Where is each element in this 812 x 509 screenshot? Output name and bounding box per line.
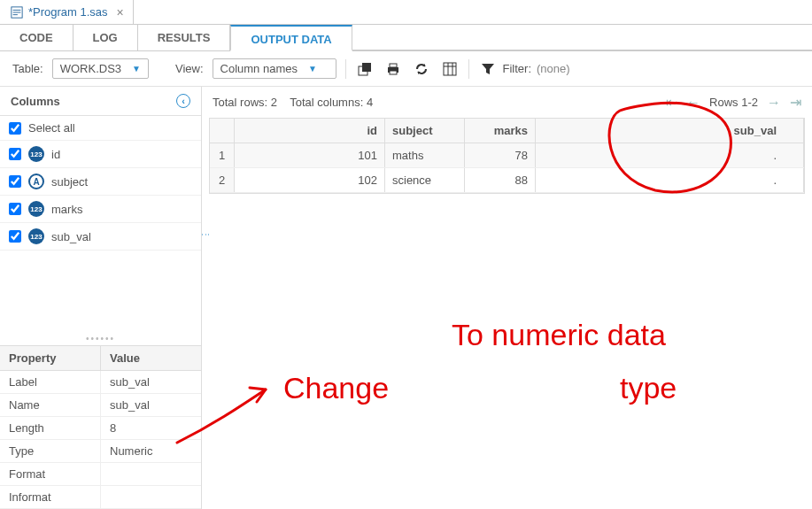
column-label: sub_val [51,230,91,243]
filter-label: Filter: [503,62,532,75]
columns-icon[interactable] [440,59,460,79]
property-row: Informat [0,486,201,509]
cell: 88 [465,168,536,192]
total-cols-label: Total columns: 4 [290,96,373,109]
program-icon [11,6,23,19]
cell: science [385,168,465,192]
column-checkbox[interactable] [9,203,21,215]
table-row[interactable]: 1 101 maths 78 . [210,143,804,168]
property-row: Format [0,463,201,486]
cell: 101 [235,143,385,167]
sidebar: Columns ‹ Select all 123 id A subject 12… [0,87,202,509]
filter-value: (none) [537,62,570,75]
property-header-key: Property [0,346,101,370]
cell: . [536,168,804,192]
view-dropdown[interactable]: Column names ▼ [213,58,336,79]
col-header-marks[interactable]: marks [465,119,536,143]
column-label: id [51,148,60,161]
property-header-value: Value [101,346,201,370]
property-row: TypeNumeric [0,440,201,463]
collapse-icon[interactable]: ‹ [176,94,190,108]
file-tab-strip: *Program 1.sas × [0,0,812,25]
refresh-icon[interactable] [412,59,431,79]
cell: 102 [235,168,385,192]
property-row: Length8 [0,417,201,440]
numeric-icon: 123 [28,201,44,217]
numeric-icon: 123 [28,146,44,162]
toolbar: Table: WORK.DS3 ▼ View: Column names ▼ F… [0,51,812,87]
pager-prev-icon[interactable]: ← [686,95,700,111]
character-icon: A [28,174,44,189]
column-row[interactable]: 123 id [0,141,201,168]
pager: ⇤ ← Rows 1-2 → ⇥ [666,94,801,111]
data-grid: id subject marks sub_val 1 101 maths 78 … [209,118,805,194]
pager-next-icon[interactable]: → [767,95,781,111]
view-label: View: [175,62,204,75]
svg-rect-4 [390,64,397,67]
column-label: marks [51,203,82,216]
column-checkbox[interactable] [9,230,21,243]
print-icon[interactable] [383,59,403,79]
property-panel: Property Value Labelsub_val Namesub_val … [0,345,201,509]
close-icon[interactable]: × [117,5,124,19]
columns-header: Columns ‹ [0,87,201,116]
tab-output-data[interactable]: OUTPUT DATA [230,25,352,51]
property-row: Labelsub_val [0,371,201,394]
table-value: WORK.DS3 [60,62,121,75]
rownum-cell: 2 [210,168,235,192]
grid-header: id subject marks sub_val [210,119,804,143]
table-dropdown[interactable]: WORK.DS3 ▼ [52,58,149,79]
select-all-label: Select all [28,121,75,135]
svg-rect-5 [390,71,397,74]
rownum-cell: 1 [210,143,235,167]
tab-log[interactable]: LOG [73,25,138,50]
pager-first-icon[interactable]: ⇤ [666,94,677,111]
filter-icon[interactable] [478,59,498,79]
pager-label: Rows 1-2 [709,96,758,109]
col-header-subject[interactable]: subject [385,119,465,143]
select-all-row[interactable]: Select all [0,116,201,141]
chevron-down-icon: ▼ [308,64,317,73]
pager-last-icon[interactable]: ⇥ [790,94,801,111]
file-tab[interactable]: *Program 1.sas × [2,0,134,24]
cell: 78 [465,143,536,167]
select-all-checkbox[interactable] [9,122,21,135]
column-checkbox[interactable] [9,148,21,160]
column-row[interactable]: 123 marks [0,196,201,223]
drag-handle[interactable]: •••••• [0,332,201,345]
columns-title: Columns [11,95,60,108]
col-header-id[interactable]: id [235,119,385,143]
svg-rect-6 [444,63,456,75]
data-area: Total rows: 2 Total columns: 4 ⇤ ← Rows … [202,87,812,509]
cell: . [536,143,804,167]
table-label: Table: [12,62,43,75]
column-list: Select all 123 id A subject 123 marks 12… [0,116,201,251]
col-header-subval[interactable]: sub_val [536,119,804,143]
export-icon[interactable] [355,59,375,79]
numeric-icon: 123 [28,228,44,244]
rownum-header [210,119,235,143]
tab-results[interactable]: RESULTS [138,25,231,50]
property-header: Property Value [0,346,201,371]
column-checkbox[interactable] [9,175,21,188]
cell: maths [385,143,465,167]
column-label: subject [51,175,88,189]
column-row[interactable]: 123 sub_val [0,223,201,251]
table-row[interactable]: 2 102 science 88 . [210,168,804,193]
file-tab-label: *Program 1.sas [28,5,108,19]
property-row: Namesub_val [0,394,201,417]
view-value: Column names [220,62,298,75]
column-row[interactable]: A subject [0,168,201,196]
svg-rect-2 [362,63,371,72]
total-rows-label: Total rows: 2 [213,96,277,109]
chevron-down-icon: ▼ [132,64,141,73]
tab-code[interactable]: CODE [0,25,73,50]
data-info-bar: Total rows: 2 Total columns: 4 ⇤ ← Rows … [202,87,812,118]
main-tabs: CODE LOG RESULTS OUTPUT DATA [0,25,812,51]
